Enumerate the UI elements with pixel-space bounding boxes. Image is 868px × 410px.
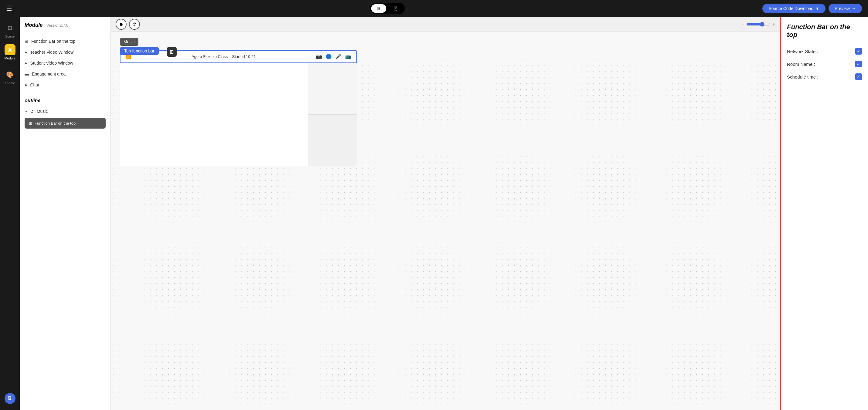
- preview-right-bottom: [308, 115, 356, 167]
- zoom-slider: − +: [741, 22, 775, 27]
- network-state-checkbox[interactable]: ✓: [855, 48, 862, 55]
- microphone-icon[interactable]: 🎤: [335, 54, 341, 60]
- outline-item-music[interactable]: ▼ 🖥 Music: [25, 107, 105, 115]
- zoom-range-input[interactable]: [746, 22, 771, 27]
- schedule-time-checkbox[interactable]: ✓: [855, 73, 862, 80]
- preview-main: [120, 63, 356, 166]
- user-avatar[interactable]: B: [5, 393, 16, 404]
- hamburger-icon[interactable]: ☰: [6, 5, 12, 12]
- sidebar-item-module[interactable]: ◉ Module: [0, 42, 20, 63]
- music-tooltip: Music: [120, 38, 138, 46]
- menu-item-engagement[interactable]: ▬ Engagement area: [20, 69, 111, 79]
- zoom-out-icon[interactable]: −: [741, 22, 744, 27]
- sidebar-item-scene[interactable]: ⊞ Scene: [0, 20, 20, 41]
- engagement-icon: ▬: [25, 72, 29, 76]
- canvas-toolbar: ⏺ ⏱ − +: [111, 17, 780, 32]
- panel-title: Module Version2.7.0: [25, 22, 68, 28]
- function-bar-selected-label[interactable]: Top function bar: [120, 47, 159, 55]
- preview-right-top: [308, 63, 356, 115]
- theme-icon: 🎨: [5, 69, 16, 80]
- started-text: Started 10:21: [232, 54, 256, 59]
- panel-outline: outline ▼ 🖥 Music ⊞ Function Bar on the …: [20, 93, 111, 133]
- module-label: Module: [4, 57, 15, 60]
- top-header: ☰ 🖥 📱 Source Code Download ▼ Preview →: [0, 0, 868, 17]
- canvas-content[interactable]: Music Top function bar 🗑 📶 Agora Flexibl…: [111, 32, 780, 410]
- arrow-down-icon: ▼: [25, 110, 28, 113]
- source-code-label: Source Code Download: [769, 6, 813, 11]
- main-content: ⊞ Scene ◉ Module 🎨 Theme B Module Versio…: [0, 17, 868, 410]
- network-state-label: Network State :: [787, 49, 818, 54]
- room-name-checkbox[interactable]: ✓: [855, 61, 862, 67]
- sub-item-label: Function Bar on the top: [35, 121, 75, 126]
- property-row-schedule: Schedule time : ✓: [787, 70, 862, 83]
- screen-share-icon[interactable]: 📺: [345, 54, 351, 60]
- menu-item-student-video[interactable]: ● Student Video Window: [20, 58, 111, 69]
- panel-back-button[interactable]: ←: [100, 22, 105, 28]
- property-row-room: Room Name : ✓: [787, 58, 862, 70]
- menu-student-video-label: Student Video Window: [30, 61, 73, 66]
- room-name: Agora Flexible Class: [191, 54, 228, 59]
- outline-title: outline: [25, 98, 105, 103]
- delete-button[interactable]: 🗑: [167, 47, 177, 57]
- panel-version: Version2.7.0: [46, 23, 68, 28]
- theme-label: Theme: [5, 81, 15, 85]
- schedule-time-label: Schedule time :: [787, 74, 818, 79]
- dropdown-icon: ▼: [815, 6, 819, 11]
- preview-left-area: [120, 63, 308, 166]
- sidebar-bottom: B: [5, 390, 16, 407]
- preview-right-area: [308, 63, 356, 166]
- menu-item-teacher-video[interactable]: ● Teacher Video Window: [20, 47, 111, 58]
- right-panel-title: Function Bar on the top: [787, 23, 862, 39]
- teacher-video-icon: ●: [25, 50, 27, 55]
- menu-function-bar-label: Function Bar on the top: [31, 39, 75, 44]
- mobile-device-btn[interactable]: 📱: [388, 4, 404, 13]
- student-video-icon: ●: [25, 61, 27, 66]
- module-icon: ◉: [5, 44, 16, 55]
- left-sidebar: ⊞ Scene ◉ Module 🎨 Theme B: [0, 17, 20, 410]
- canvas-tools-left: ⏺ ⏱: [116, 19, 140, 30]
- chat-icon: ●: [25, 82, 27, 87]
- preview-button[interactable]: Preview →: [829, 4, 862, 13]
- scene-label: Scene: [5, 35, 14, 38]
- panel-header: Module Version2.7.0 ←: [20, 17, 111, 33]
- sub-item-icon: ⊞: [29, 121, 32, 126]
- camera-icon[interactable]: 📷: [316, 54, 322, 60]
- outline-music-label: Music: [37, 109, 48, 114]
- menu-teacher-video-label: Teacher Video Window: [30, 50, 73, 55]
- source-code-download-button[interactable]: Source Code Download ▼: [763, 4, 826, 13]
- webcam-icon[interactable]: 🔵: [326, 54, 332, 60]
- panel-menu: ⊞ Function Bar on the top ● Teacher Vide…: [20, 33, 111, 93]
- panel-module-title: Module: [25, 22, 43, 28]
- canvas-inner: 📶 Agora Flexible Class Started 10:21 📷 🔵…: [120, 50, 356, 166]
- canvas-area: ⏺ ⏱ − + Music Top function bar 🗑: [111, 17, 780, 410]
- record-button[interactable]: ⏺: [116, 19, 127, 30]
- room-name-label: Room Name :: [787, 62, 815, 67]
- right-panel: Function Bar on the top Network State : …: [780, 17, 868, 410]
- menu-item-function-bar[interactable]: ⊞ Function Bar on the top: [20, 36, 111, 47]
- desktop-device-btn[interactable]: 🖥: [371, 4, 386, 13]
- music-icon: 🖥: [30, 109, 34, 114]
- zoom-in-icon[interactable]: +: [772, 22, 775, 27]
- timer-button[interactable]: ⏱: [129, 19, 140, 30]
- arrow-right-icon: →: [851, 6, 856, 11]
- preview-label: Preview: [835, 6, 850, 11]
- menu-chat-label: Chat: [30, 82, 39, 87]
- property-row-network: Network State : ✓: [787, 45, 862, 58]
- scene-icon: ⊞: [5, 23, 16, 33]
- menu-item-chat[interactable]: ● Chat: [20, 79, 111, 90]
- outline-sub-item-function-bar[interactable]: ⊞ Function Bar on the top: [25, 118, 105, 129]
- monitor-icon: 🖥: [377, 6, 381, 11]
- right-function-icons: 📷 🔵 🎤 📺: [316, 54, 351, 60]
- menu-engagement-label: Engagement area: [32, 72, 66, 76]
- device-toggle: 🖥 📱: [370, 3, 405, 14]
- sidebar-item-theme[interactable]: 🎨 Theme: [0, 67, 20, 87]
- left-panel: Module Version2.7.0 ← ⊞ Function Bar on …: [20, 17, 111, 410]
- mobile-icon: 📱: [393, 6, 398, 11]
- function-bar-icon: ⊞: [25, 39, 28, 44]
- room-info: Agora Flexible Class Started 10:21: [191, 54, 256, 59]
- header-actions: Source Code Download ▼ Preview →: [763, 4, 862, 13]
